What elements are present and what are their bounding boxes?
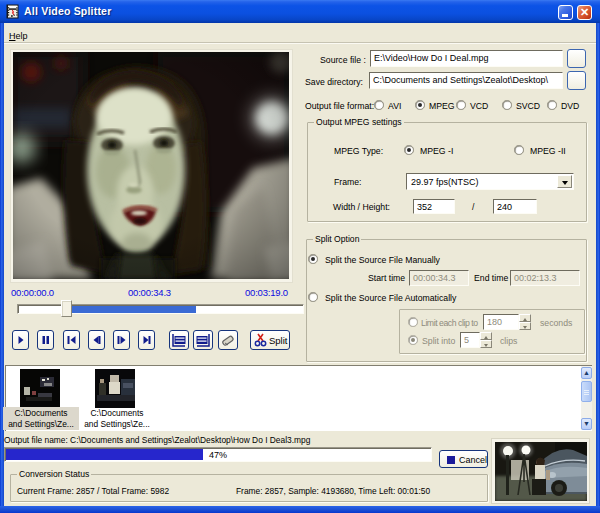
svg-text:Split: Split — [269, 335, 288, 346]
